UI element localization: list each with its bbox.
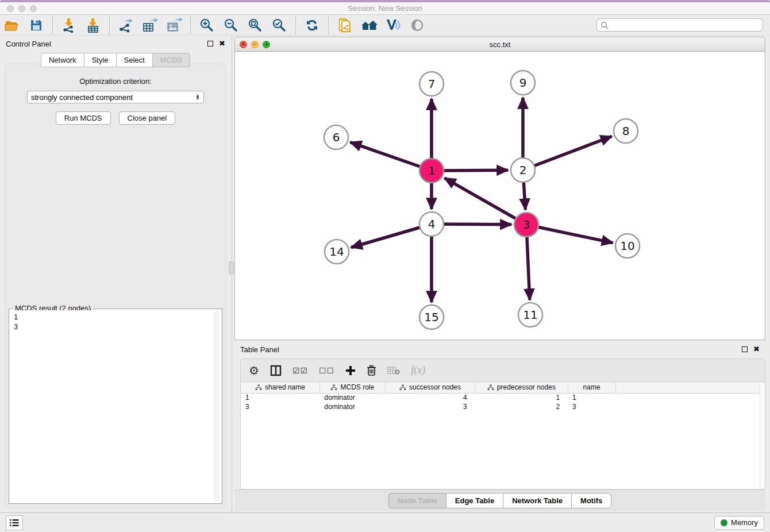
export-table-icon[interactable]	[141, 17, 159, 34]
graph-edge-2-8[interactable]	[523, 136, 612, 170]
table-toolbar: ⚙ ☑☑ ☐☐ f(x)	[241, 359, 765, 382]
graph-node-15[interactable]: 15	[419, 305, 444, 329]
float-panel-icon[interactable]	[207, 41, 213, 47]
graph-edge-3-10[interactable]	[526, 225, 613, 243]
cell-name[interactable]: 3	[568, 402, 615, 411]
delete-icon[interactable]	[367, 364, 376, 377]
graph-edge-3-1[interactable]	[445, 178, 526, 225]
run-mcds-button[interactable]: Run MCDS	[56, 111, 111, 125]
graph-node-11[interactable]: 11	[518, 303, 542, 327]
svg-text:11: 11	[523, 308, 537, 322]
graph-node-10[interactable]: 10	[615, 234, 640, 258]
column-label: predecessor nodes	[497, 383, 556, 391]
eye-icon[interactable]	[409, 17, 426, 34]
graph-node-14[interactable]: 14	[325, 240, 349, 264]
column-header-3[interactable]: predecessor nodes	[475, 382, 568, 393]
select-all-icon[interactable]: ☑☑	[292, 364, 308, 377]
node-table: shared nameMCDS rolesuccessor nodesprede…	[241, 382, 765, 411]
tab-node-table[interactable]: Node Table	[388, 493, 446, 508]
mcds-result-list[interactable]: 1 3	[10, 310, 221, 502]
close-panel-icon[interactable]: ✖	[753, 346, 760, 352]
control-panel-title: Control Panel	[6, 40, 51, 48]
refresh-icon[interactable]	[303, 17, 321, 34]
tab-mcds[interactable]: MCDS	[152, 53, 190, 67]
export-image-icon[interactable]	[165, 17, 183, 34]
delete-table-icon	[387, 364, 400, 377]
graph-node-9[interactable]: 9	[511, 71, 535, 95]
graph-node-7[interactable]: 7	[419, 72, 444, 96]
float-panel-icon[interactable]	[742, 346, 748, 352]
column-label: successor nodes	[409, 383, 461, 391]
cell-MCDS-role[interactable]: dominator	[319, 393, 385, 402]
graph-node-3[interactable]: 3	[514, 213, 538, 237]
optimization-criterion-dropdown[interactable]: strongly connected component ▲▼	[27, 91, 204, 103]
graph-node-4[interactable]: 4	[419, 212, 444, 236]
cell-successor-nodes[interactable]: 4	[385, 393, 475, 402]
search-box[interactable]	[596, 18, 763, 32]
panel-divider-handle[interactable]	[229, 261, 234, 274]
zoom-out-icon[interactable]	[222, 17, 240, 34]
table-row-1[interactable]: 3dominator323	[241, 402, 765, 411]
deselect-all-icon[interactable]: ☐☐	[319, 364, 334, 377]
import-table-icon[interactable]	[84, 17, 102, 34]
svg-text:14: 14	[329, 245, 344, 259]
column-label: shared name	[265, 383, 305, 391]
table-row-0[interactable]: 1dominator411	[241, 393, 765, 402]
open-session-icon[interactable]	[3, 17, 21, 34]
column-header-0[interactable]: shared name	[241, 382, 319, 393]
zoom-in-icon[interactable]	[198, 17, 215, 34]
graph-edge-1-6[interactable]	[351, 142, 432, 171]
search-input[interactable]	[611, 21, 759, 29]
cell-MCDS-role[interactable]: dominator	[319, 402, 385, 411]
import-network-icon[interactable]	[60, 17, 78, 34]
home-icon[interactable]	[360, 17, 378, 34]
column-header-4[interactable]: name	[568, 382, 615, 393]
add-column-icon[interactable]	[345, 364, 356, 377]
cell-predecessor-nodes[interactable]: 1	[475, 393, 568, 402]
close-panel-button[interactable]: Close panel	[119, 111, 176, 125]
graph-node-2[interactable]: 2	[511, 158, 535, 182]
svg-text:7: 7	[428, 77, 436, 91]
memory-button[interactable]: Memory	[714, 516, 764, 530]
table-header-row: shared nameMCDS rolesuccessor nodesprede…	[241, 382, 765, 393]
network-window-titlebar[interactable]: ✕ − ＋ scc.txt	[235, 37, 765, 52]
close-panel-icon[interactable]: ✖	[219, 41, 225, 47]
zoom-fit-icon[interactable]	[247, 17, 264, 34]
gear-icon[interactable]: ⚙	[249, 364, 259, 377]
graph-node-8[interactable]: 8	[614, 119, 638, 143]
tab-edge-table[interactable]: Edge Table	[446, 493, 503, 508]
graph-node-1[interactable]: 1	[419, 159, 444, 183]
save-session-icon[interactable]	[28, 17, 45, 34]
network-canvas[interactable]: 7968124314101511	[235, 52, 765, 340]
svg-text:2: 2	[519, 163, 527, 177]
tab-select[interactable]: Select	[116, 53, 152, 67]
column-header-2[interactable]: successor nodes	[385, 382, 475, 393]
main-toolbar	[0, 15, 770, 36]
cell-shared-name[interactable]: 1	[241, 393, 319, 402]
task-history-button[interactable]	[6, 515, 23, 530]
table-body: 1dominator4113dominator323	[241, 393, 765, 411]
table-tab-strip: Node Table Edge Table Network Table Moti…	[234, 489, 765, 511]
cell-predecessor-nodes[interactable]: 2	[475, 402, 568, 411]
export-network-icon[interactable]	[117, 17, 134, 34]
control-panel-tabs: Network Style Select MCDS	[0, 53, 231, 67]
cell-successor-nodes[interactable]: 3	[385, 402, 475, 411]
network-graph: 7968124314101511	[235, 52, 765, 340]
table-scrollbar[interactable]	[760, 383, 765, 489]
chevron-up-down-icon: ▲▼	[195, 94, 200, 100]
svg-text:8: 8	[622, 124, 630, 138]
toolbar-separator	[52, 17, 53, 34]
cell-name[interactable]: 1	[568, 393, 615, 402]
tab-style[interactable]: Style	[84, 53, 116, 67]
column-view-icon[interactable]	[270, 364, 282, 377]
tab-network-table[interactable]: Network Table	[503, 493, 571, 508]
cell-shared-name[interactable]: 3	[241, 402, 319, 411]
vizmapper-icon[interactable]	[384, 17, 402, 34]
duplicate-network-icon[interactable]	[336, 17, 353, 34]
tab-network[interactable]: Network	[41, 53, 84, 67]
column-header-1[interactable]: MCDS role	[319, 382, 385, 393]
graph-node-6[interactable]: 6	[324, 125, 348, 149]
result-scrollbar[interactable]	[214, 311, 220, 501]
zoom-selected-icon[interactable]	[271, 17, 288, 34]
tab-motifs[interactable]: Motifs	[571, 493, 611, 508]
